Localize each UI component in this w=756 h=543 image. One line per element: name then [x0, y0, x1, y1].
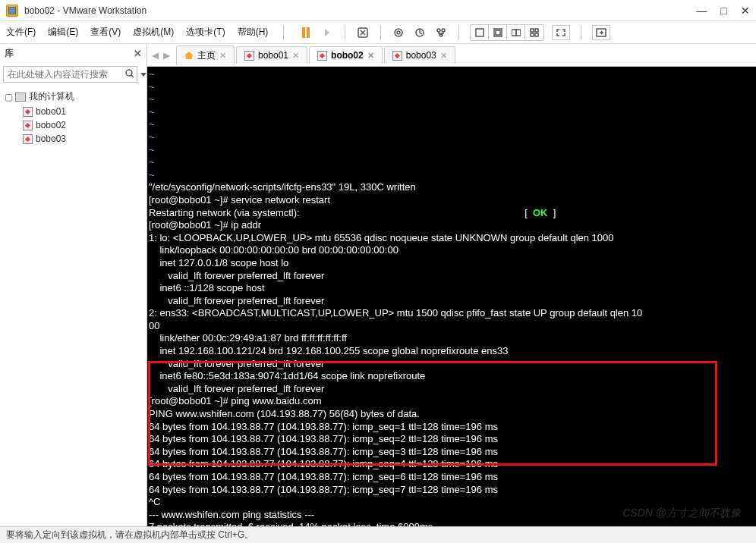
vm-icon [23, 107, 33, 117]
tab-home[interactable]: 主页 ✕ [176, 46, 235, 65]
snapshot-icon[interactable] [392, 26, 405, 39]
menu-edit[interactable]: 编辑(E) [48, 26, 78, 39]
vmware-app-icon [6, 5, 18, 17]
tree-root-mycomputer[interactable]: ▢ 我的计算机 [2, 89, 145, 105]
view-thumb-icon[interactable] [525, 25, 543, 40]
tab-close-icon[interactable]: ✕ [440, 51, 447, 61]
minimize-button[interactable]: — [697, 5, 707, 17]
term-cfg-written: "/etc/sysconfig/network-scripts/ifcfg-en… [149, 181, 416, 193]
search-input[interactable] [3, 66, 137, 83]
term-restarting: Restarting network (via systemctl): [149, 207, 300, 218]
quick-switch-icon[interactable] [592, 25, 610, 40]
search-dropdown-icon[interactable] [140, 73, 146, 77]
term-ping-header: PING www.wshifen.com (104.193.88.77) 56(… [149, 408, 420, 419]
vm-icon [23, 121, 33, 130]
tab-label: bobo01 [258, 50, 288, 61]
vm-icon [317, 51, 327, 61]
statusbar: 要将输入定向到该虚拟机，请在虚拟机内部单击或按 Ctrl+G。 [0, 526, 756, 543]
separator [581, 25, 581, 40]
sidebar-title: 库 [5, 47, 134, 60]
term-ping-cmd: [root@bobo01 ~]# ping www.baidu.com [149, 395, 321, 406]
window-title: bobo02 - VMware Workstation [24, 5, 697, 16]
home-icon [184, 52, 194, 59]
menu-file[interactable]: 文件(F) [6, 26, 36, 39]
view-single-icon[interactable] [471, 25, 489, 40]
svg-point-17 [126, 70, 132, 76]
term-lo-block: 1: lo: <LOOPBACK,UP,LOWER_UP> mtu 65536 … [149, 232, 614, 306]
fullscreen-icon[interactable] [552, 25, 570, 40]
tab-label: bobo02 [331, 50, 364, 61]
tab-label: 主页 [197, 49, 216, 62]
revert-snapshot-icon[interactable] [413, 26, 427, 39]
svg-rect-9 [496, 30, 500, 35]
sidebar-close-icon[interactable]: ✕ [134, 48, 142, 59]
pause-icon[interactable] [299, 26, 313, 39]
view-console-icon[interactable] [489, 25, 507, 40]
view-mode-group [470, 24, 544, 41]
tree-root-label: 我的计算机 [29, 90, 74, 103]
vm-icon [244, 51, 254, 61]
term-service-restart: [root@bobo01 ~]# service network restart [149, 194, 330, 206]
svg-rect-14 [531, 33, 534, 36]
term-ctrl-c: ^C [149, 496, 161, 507]
svg-rect-13 [535, 29, 538, 32]
term-ip-addr: [root@bobo01 ~]# ip addr [149, 219, 261, 231]
svg-point-2 [397, 31, 400, 34]
computer-icon [15, 93, 26, 102]
status-text: 要将输入定向到该虚拟机，请在虚拟机内部单击或按 Ctrl+G。 [6, 529, 254, 541]
send-ctrl-alt-del-icon[interactable] [356, 26, 370, 39]
vm-icon [23, 134, 33, 144]
separator [380, 25, 381, 40]
tab-bobo02[interactable]: bobo02 ✕ [309, 46, 383, 64]
menu-help[interactable]: 帮助(H) [238, 26, 269, 39]
tree-item-label: bobo01 [36, 106, 66, 117]
term-ping-stats: --- www.wshifen.com ping statistics --- … [149, 509, 433, 526]
play-icon[interactable] [320, 26, 334, 39]
tab-close-icon[interactable]: ✕ [292, 51, 299, 61]
tree-item-label: bobo03 [36, 133, 66, 144]
vm-icon [392, 51, 402, 61]
term-ok: OK [533, 207, 548, 218]
svg-point-5 [442, 29, 445, 32]
search-icon[interactable] [125, 69, 134, 80]
term-ens33-block: 2: ens33: <BROADCAST,MULTICAST,UP,LOWER_… [149, 307, 642, 394]
tree-item-bobo02[interactable]: bobo02 [2, 118, 145, 132]
maximize-button[interactable]: □ [721, 5, 727, 17]
tree-item-bobo01[interactable]: bobo01 [2, 105, 145, 118]
manage-snapshots-icon[interactable] [434, 26, 448, 39]
close-button[interactable]: ✕ [741, 5, 750, 17]
separator [458, 25, 459, 40]
main-area: ◀ ▶ 主页 ✕ bobo01 ✕ bobo02 ✕ bobo03 ✕ [147, 44, 756, 526]
tab-label: bobo03 [406, 50, 436, 61]
tab-nav-right-icon[interactable]: ▶ [163, 50, 170, 61]
tab-bobo01[interactable]: bobo01 ✕ [236, 46, 307, 64]
tab-bobo03[interactable]: bobo03 ✕ [384, 46, 455, 64]
svg-rect-12 [531, 29, 534, 32]
library-tree: ▢ 我的计算机 bobo01 bobo02 bobo03 [0, 86, 146, 149]
svg-rect-11 [516, 30, 521, 36]
separator [283, 25, 284, 40]
menu-tabs[interactable]: 选项卡(T) [186, 26, 225, 39]
tab-close-icon[interactable]: ✕ [219, 51, 226, 61]
vm-console[interactable]: ~ ~ ~ ~ ~ ~ ~ ~ ~ "/etc/sysconfig/networ… [147, 67, 756, 526]
tab-strip: ◀ ▶ 主页 ✕ bobo01 ✕ bobo02 ✕ bobo03 ✕ [147, 44, 756, 67]
menu-view[interactable]: 查看(V) [90, 26, 121, 39]
tab-nav-left-icon[interactable]: ◀ [152, 50, 159, 61]
term-tildes: ~ ~ ~ ~ ~ ~ ~ ~ ~ [149, 68, 155, 180]
library-sidebar: 库 ✕ ▢ 我的计算机 bobo01 bobo02 [0, 44, 147, 526]
term-ping-rows: 64 bytes from 104.193.88.77 (104.193.88.… [149, 421, 498, 495]
menubar: 文件(F) 编辑(E) 查看(V) 虚拟机(M) 选项卡(T) 帮助(H) [0, 21, 756, 44]
view-unity-icon[interactable] [507, 25, 525, 40]
svg-point-1 [395, 29, 402, 36]
tab-close-icon[interactable]: ✕ [367, 51, 374, 61]
tree-item-bobo03[interactable]: bobo03 [2, 132, 145, 146]
svg-rect-10 [512, 30, 516, 36]
menu-vm[interactable]: 虚拟机(M) [133, 26, 174, 39]
svg-rect-15 [535, 33, 538, 36]
tree-item-label: bobo02 [36, 120, 66, 130]
svg-rect-7 [476, 29, 484, 36]
titlebar: bobo02 - VMware Workstation — □ ✕ [0, 0, 756, 21]
separator [345, 25, 345, 40]
svg-point-4 [437, 29, 440, 32]
